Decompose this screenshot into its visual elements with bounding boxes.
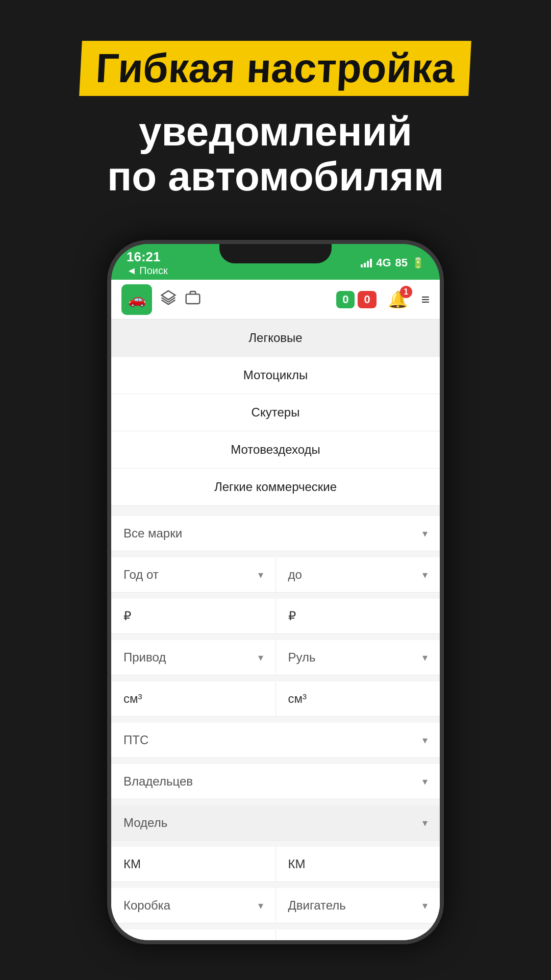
drive-select[interactable]: Привод ▾ xyxy=(111,640,276,675)
gearbox-engine-row: Коробка ▾ Двигатель ▾ xyxy=(111,888,440,923)
gearbox-label: Коробка xyxy=(123,898,170,913)
hp-to-label: л.с. xyxy=(288,940,308,944)
year-to-label: до xyxy=(288,568,302,582)
spacer-4 xyxy=(111,635,440,640)
km-to-label: КМ xyxy=(288,857,306,871)
battery-icon: 🔋 xyxy=(412,257,424,269)
phone-mockup: 16:21 ◄ Поиск 4G 85 🔋 xyxy=(107,240,444,944)
spacer-1 xyxy=(111,511,440,516)
hp-to-input[interactable]: л.с. xyxy=(276,929,440,944)
spacer-8 xyxy=(111,800,440,805)
spacer-7 xyxy=(111,759,440,764)
price-from-input[interactable]: ₽ xyxy=(111,599,276,633)
makes-label: Все марки xyxy=(123,526,182,541)
pts-row: ПТС ▾ xyxy=(111,723,440,758)
year-to-chevron: ▾ xyxy=(422,569,428,581)
hp-filter: л.с. л.с. xyxy=(111,929,440,944)
category-list: Легковые Мотоциклы Скутеры Мотовездеходы… xyxy=(111,320,440,506)
makes-row: Все марки ▾ xyxy=(111,516,440,551)
hp-from-label: л.с. xyxy=(123,940,143,944)
hero-section: Гибкая настройка уведомлений по автомоби… xyxy=(0,0,551,219)
price-from-symbol: ₽ xyxy=(123,609,131,623)
bell-container[interactable]: 🔔 1 xyxy=(388,290,408,309)
network-type: 4G xyxy=(376,256,391,270)
drive-steering-row: Привод ▾ Руль ▾ xyxy=(111,640,440,675)
car-tab-icon[interactable]: 🚗 xyxy=(121,284,152,315)
gearbox-chevron: ▾ xyxy=(258,899,263,912)
category-atvs[interactable]: Мотовездеходы xyxy=(111,431,440,469)
app-toolbar: 🚗 0 0 xyxy=(111,280,440,320)
year-from-select[interactable]: Год от ▾ xyxy=(111,557,276,592)
year-filter: Год от ▾ до ▾ xyxy=(111,557,440,593)
pts-select[interactable]: ПТС ▾ xyxy=(111,723,440,757)
engine-chevron: ▾ xyxy=(422,899,428,912)
badge-red: 0 xyxy=(358,291,376,308)
category-passenger-cars[interactable]: Легковые xyxy=(111,320,440,357)
owners-filter: Владельцев ▾ xyxy=(111,764,440,799)
volume-from-input[interactable]: см³ xyxy=(111,681,276,716)
km-from-label: КМ xyxy=(123,857,141,871)
km-filter: КМ КМ xyxy=(111,847,440,882)
owners-select[interactable]: Владельцев ▾ xyxy=(111,764,440,799)
volume-to-input[interactable]: см³ xyxy=(276,681,440,716)
signal-icon xyxy=(361,258,372,267)
phone-mockup-container: 16:21 ◄ Поиск 4G 85 🔋 xyxy=(0,240,551,944)
drive-chevron: ▾ xyxy=(258,651,263,664)
steering-label: Руль xyxy=(288,650,316,665)
pts-filter: ПТС ▾ xyxy=(111,723,440,758)
category-light-commercial[interactable]: Легкие коммерческие xyxy=(111,469,440,506)
category-motorcycles[interactable]: Мотоциклы xyxy=(111,357,440,394)
km-row: КМ КМ xyxy=(111,847,440,882)
price-row: ₽ ₽ xyxy=(111,599,440,634)
briefcase-icon[interactable] xyxy=(185,289,201,309)
spacer-6 xyxy=(111,718,440,723)
hero-highlighted-title: Гибкая настройка xyxy=(79,41,471,96)
phone-notch xyxy=(219,244,332,263)
owners-label: Владельцев xyxy=(123,774,193,789)
svg-rect-1 xyxy=(186,294,200,304)
hp-from-input[interactable]: л.с. xyxy=(111,929,276,944)
drive-label: Привод xyxy=(123,650,166,665)
makes-select[interactable]: Все марки ▾ xyxy=(111,516,440,551)
layers-icon[interactable] xyxy=(160,289,177,309)
spacer-11 xyxy=(111,924,440,929)
km-to-input[interactable]: КМ xyxy=(276,847,440,881)
hamburger-icon[interactable]: ≡ xyxy=(421,291,430,308)
hp-row: л.с. л.с. xyxy=(111,929,440,944)
year-from-chevron: ▾ xyxy=(258,569,263,581)
owners-row: Владельцев ▾ xyxy=(111,764,440,799)
model-filter: Модель ▾ xyxy=(111,805,440,841)
category-scooters[interactable]: Скутеры xyxy=(111,394,440,431)
pts-label: ПТС xyxy=(123,733,148,747)
year-row: Год от ▾ до ▾ xyxy=(111,557,440,593)
price-to-symbol: ₽ xyxy=(288,609,296,623)
volume-filter: см³ см³ xyxy=(111,681,440,717)
owners-chevron: ▾ xyxy=(422,775,428,788)
year-to-select[interactable]: до ▾ xyxy=(276,557,440,592)
spacer-3 xyxy=(111,594,440,599)
km-from-input[interactable]: КМ xyxy=(111,847,276,881)
spacer-10 xyxy=(111,883,440,888)
volume-from-label: см³ xyxy=(123,692,142,705)
battery-level: 85 xyxy=(395,256,408,270)
engine-label: Двигатель xyxy=(288,898,346,913)
spacer-5 xyxy=(111,676,440,681)
gearbox-select[interactable]: Коробка ▾ xyxy=(111,888,276,923)
badge-group: 0 0 xyxy=(336,291,377,308)
year-from-label: Год от xyxy=(123,568,159,582)
price-to-input[interactable]: ₽ xyxy=(276,599,440,633)
status-right: 4G 85 🔋 xyxy=(361,256,424,270)
model-select[interactable]: Модель ▾ xyxy=(111,805,440,840)
spacer-9 xyxy=(111,842,440,847)
volume-row: см³ см³ xyxy=(111,681,440,717)
drive-steering-filter: Привод ▾ Руль ▾ xyxy=(111,640,440,675)
app-content: Легковые Мотоциклы Скутеры Мотовездеходы… xyxy=(111,320,440,944)
status-back-button[interactable]: ◄ Поиск xyxy=(127,265,168,277)
steering-chevron: ▾ xyxy=(422,651,428,664)
makes-filter: Все марки ▾ xyxy=(111,516,440,551)
makes-chevron: ▾ xyxy=(422,527,428,540)
engine-select[interactable]: Двигатель ▾ xyxy=(276,888,440,923)
model-row: Модель ▾ xyxy=(111,805,440,841)
hero-subtitle: уведомлений по автомобилям xyxy=(31,109,520,199)
steering-select[interactable]: Руль ▾ xyxy=(276,640,440,675)
